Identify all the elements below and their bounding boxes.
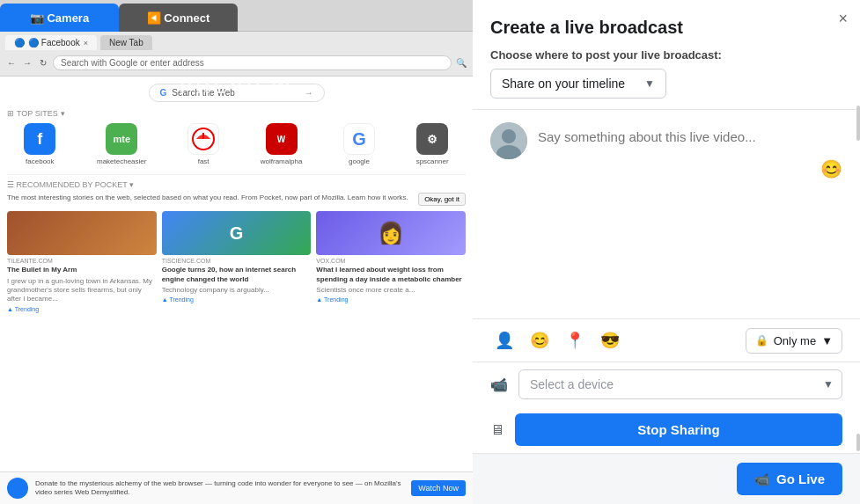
notif-text: Donate to the mysterious alchemy of the … [35,479,404,498]
nav-refresh[interactable]: ↻ [37,57,49,69]
close-button[interactable]: × [838,11,848,26]
browser-nav: ← → ↻ Search with Google or enter addres… [5,54,467,72]
watch-now-btn[interactable]: Watch Now [411,480,466,496]
chevron-icon: ▾ [61,109,65,118]
article-desc-1: I grew up in a gun-loving town in Arkans… [7,277,157,304]
search-placeholder: Search the Web [172,88,235,98]
stop-sharing-button[interactable]: Stop Sharing [515,413,842,446]
wolfram-icon: W [266,123,298,155]
device-area: 📹 Select a device ▼ [473,362,860,406]
site-facebook[interactable]: f facebook [24,123,55,165]
site-spscanner[interactable]: ⚙ spscanner [416,123,449,165]
tab-label: 🔵 Facebook [28,38,80,47]
recommended-label: ☰ RECOMMENDED BY POCKET ▾ [7,180,466,189]
tag-people-button[interactable]: 👤 [490,326,518,354]
go-live-label: Go Live [776,471,825,486]
recommended-text: The most interesting stories on the web,… [7,193,466,202]
browser-tab-facebook[interactable]: 🔵 🔵 Facebook × [5,35,97,50]
browser-content: G Search the Web → ⊞ TOP SITES ▾ f faceb… [0,77,473,500]
mte-icon: mte [106,123,137,155]
article-source-1: TILEANTE.COM [7,258,157,264]
right-header: Create a live broadcast Choose where to … [473,0,860,110]
tab-close-icon[interactable]: × [84,39,88,47]
article-desc-2: Technology company is arguably... [162,286,312,295]
recommended-section: ☰ RECOMMENDED BY POCKET ▾ Okay, got it T… [7,174,466,206]
site-wolfram[interactable]: W wolframalpha [261,123,303,165]
article-grid: TILEANTE.COM The Bullet in My Arm I grew… [7,211,466,312]
description-area [473,110,860,318]
address-bar[interactable]: Search with Google or enter address [53,55,452,70]
description-input[interactable] [538,122,842,189]
go-live-icon: 📹 [754,472,769,486]
article-source-3: VOX.COM [316,258,466,264]
nav-search[interactable]: 🔍 [455,57,467,69]
timeline-dropdown-text: Share on your timeline [502,77,637,91]
tab-camera[interactable]: 📷 Camera [0,4,119,32]
site-label: fast [198,157,209,165]
site-fast[interactable]: fast [187,123,219,165]
browser-tabs: 🔵 🔵 Facebook × New Tab [5,35,467,50]
article-card-2[interactable]: G TISCIENCE.COM Google turns 20, how an … [162,211,312,312]
location-button[interactable]: 📍 [561,326,589,354]
article-img-3: 👩 [316,211,466,255]
site-label: facebook [26,157,54,165]
device-select[interactable]: Select a device [518,369,842,399]
browser-tab-newtab[interactable]: New Tab [100,35,152,50]
tab-connect[interactable]: ◀️ Connect [119,4,238,32]
search-arrow: → [305,88,313,98]
nav-back[interactable]: ← [5,57,18,69]
post-target-label: Choose where to post your live broadcast… [490,48,842,62]
privacy-dropdown[interactable]: 🔒 Only me ▼ [746,328,842,354]
site-mte[interactable]: mte maketecheasier [97,123,146,165]
tab-bar: 📷 Camera ◀️ Connect [0,0,473,32]
article-img-2: G [162,211,312,255]
device-select-wrapper: Select a device ▼ [518,369,842,399]
article-trending-2: ▲ Trending [162,296,312,303]
go-live-button[interactable]: 📹 Go Live [737,463,842,495]
timeline-dropdown[interactable]: Share on your timeline ▼ [490,69,666,99]
article-card-3[interactable]: 👩 VOX.COM What I learned about weight lo… [316,211,466,312]
right-panel: × Create a live broadcast Choose where t… [473,0,860,504]
left-panel: 📷 Camera ◀️ Connect PREVIEW 🔵 🔵 Facebook… [0,0,473,504]
scroll-indicator-bottom [856,434,860,451]
tab-favicon: 🔵 [14,38,25,47]
spscanner-icon: ⚙ [416,123,448,155]
google-g: G [160,88,167,98]
screen-share-area: 🖥 Stop Sharing [473,406,860,453]
emoji-picker-button[interactable]: 😊 [526,326,554,354]
google-icon: G [343,123,375,155]
activity-button[interactable]: 😎 [596,326,624,354]
article-source-2: TISCIENCE.COM [162,258,312,264]
privacy-label: Only me [774,334,816,347]
notif-icon [7,478,28,499]
site-grid: f facebook mte maketecheasier f [7,123,466,165]
emoji-button[interactable]: 😊 [820,158,842,179]
newtab-label: New Tab [109,38,143,47]
browser-window: PREVIEW 🔵 🔵 Facebook × New Tab ← → ↻ Sea… [0,32,473,504]
okay-got-it-btn[interactable]: Okay, got it [418,193,466,206]
camera-icon: 📹 [490,376,508,393]
browser-chrome: 🔵 🔵 Facebook × New Tab ← → ↻ Search with… [0,32,473,77]
site-label: maketecheasier [97,157,146,165]
tab-buttons: 📷 Camera ◀️ Connect [0,0,238,31]
article-trending-1: ▲ Trending [7,306,157,312]
article-trending-3: ▲ Trending [316,296,466,303]
article-card-1[interactable]: TILEANTE.COM The Bullet in My Arm I grew… [7,211,157,312]
nav-forward[interactable]: → [21,57,33,69]
scroll-indicator-top [856,106,860,141]
article-desc-3: Scientists once more create a... [316,286,466,295]
lock-icon: 🔒 [755,334,768,347]
bottom-bar: 📹 Go Live [473,453,860,504]
chevron-down-icon: ▼ [644,77,655,90]
page-title: Create a live broadcast [490,18,842,38]
action-bar: 👤 😊 📍 😎 🔒 Only me ▼ [473,318,860,362]
site-label: google [349,157,370,165]
browser-notification: Donate to the mysterious alchemy of the … [0,471,473,504]
facebook-icon: f [24,123,55,155]
site-label: spscanner [416,157,449,165]
article-title-2: Google turns 20, how an internet search … [162,266,312,284]
grid-icon: ⊞ [7,109,14,118]
inner-search-bar[interactable]: G Search the Web → [149,84,325,102]
article-title-1: The Bullet in My Arm [7,266,157,274]
site-google[interactable]: G google [343,123,375,165]
